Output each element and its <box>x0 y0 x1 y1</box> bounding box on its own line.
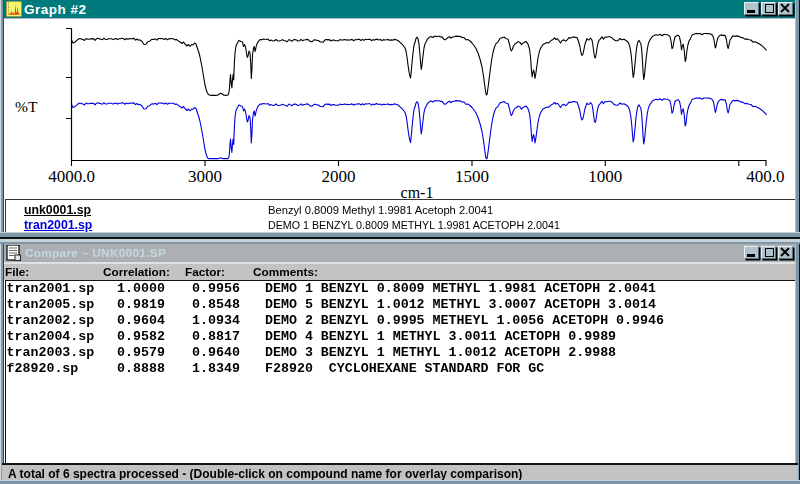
svg-text:4000.0: 4000.0 <box>48 167 95 186</box>
svg-text:2000: 2000 <box>322 167 356 186</box>
svg-text:cm-1: cm-1 <box>401 184 434 199</box>
svg-text:1500: 1500 <box>455 167 489 186</box>
svg-text:3000: 3000 <box>188 167 222 186</box>
svg-text:%T: %T <box>15 98 38 115</box>
svg-text:400.0: 400.0 <box>746 167 784 186</box>
svg-text:1000: 1000 <box>588 167 622 186</box>
